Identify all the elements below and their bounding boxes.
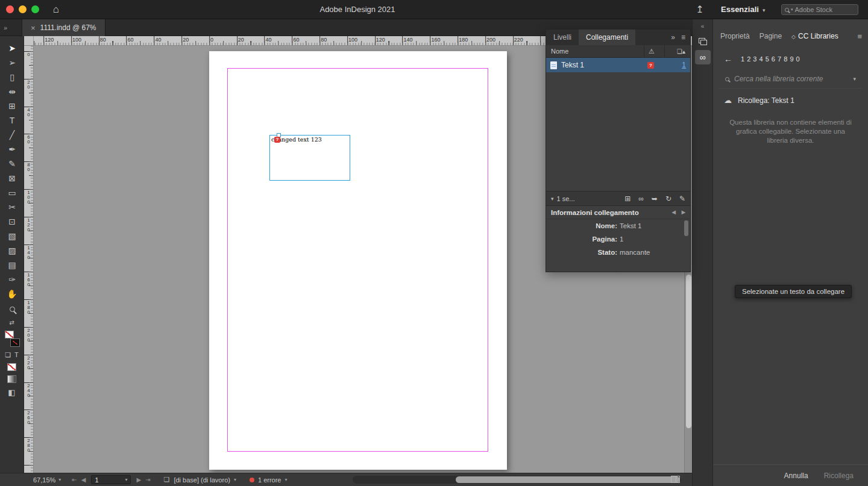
tab-proprieta[interactable]: Proprietà [720, 32, 750, 40]
close-tab-icon[interactable]: × [31, 23, 36, 33]
gap-tool-icon[interactable]: ⇹ [0, 84, 24, 99]
link-info-body: Nome:Tekst 1 Pagina:1 Stato:mancante [546, 219, 690, 272]
tab-pagine[interactable]: Pagine [760, 32, 782, 40]
selection-tool-icon[interactable]: ➤ [0, 41, 24, 55]
fill-stroke-swatches[interactable] [5, 331, 19, 346]
library-search-input[interactable]: Cerca nella libreria corrente ▾ [719, 75, 862, 89]
apply-none-swatch[interactable] [7, 363, 16, 371]
ruler-label: 100 [348, 37, 357, 43]
share-icon[interactable]: ↥ [693, 2, 706, 17]
hand-tool-icon[interactable]: ✋ [0, 287, 24, 301]
preflight-profile-dropdown[interactable]: [di base] (di lavoro) ▾ [174, 476, 236, 484]
relink-button[interactable]: Ricollega [824, 472, 854, 480]
missing-link-badge-icon[interactable]: ? [647, 62, 654, 69]
tab-cc-libraries[interactable]: ◇CC Libraries [791, 32, 838, 40]
ruler-origin-corner[interactable] [24, 36, 34, 46]
tool-glyph: ╱ [10, 128, 14, 142]
ruler-label: 120 [376, 37, 385, 43]
link-page-number[interactable]: 1 [674, 61, 686, 69]
info-value: 1 [620, 235, 623, 243]
type-tool-icon[interactable]: T [0, 113, 24, 128]
workspace-switcher[interactable]: Essenziali▾ [721, 0, 765, 19]
text-frame[interactable]: changed text 123 ? [269, 135, 350, 181]
line-tool-icon[interactable]: ╱ [0, 128, 24, 142]
zoom-level-dropdown[interactable]: 67,15% ▾ [33, 476, 61, 484]
scrollbar-thumb[interactable] [686, 275, 691, 428]
apply-gradient-swatch[interactable] [7, 375, 16, 383]
first-page-button[interactable]: ⇤ [72, 476, 77, 483]
next-info-icon[interactable]: ▶ [682, 210, 685, 215]
library-title: 1 2 3 4 5 6 7 8 9 0 [741, 55, 800, 63]
gradient-swatch-tool-icon[interactable]: ▧ [0, 229, 24, 243]
tab-livelli[interactable]: Livelli [546, 30, 579, 45]
ruler-label: 20 [183, 37, 189, 43]
cc-libraries-panel: Proprietà Pagine ◇CC Libraries ≡ ← 1 2 3… [712, 19, 868, 486]
preflight-error-dropdown[interactable]: 1 errore ▾ [250, 476, 288, 484]
fill-swatch[interactable] [5, 331, 14, 338]
document-tab-label: 1111.indd @ 67% [40, 23, 96, 32]
warning-column-icon: ⚠ [649, 48, 655, 55]
screen-mode-icon[interactable]: ◧ [8, 387, 15, 398]
links-column-header[interactable]: Nome ⚠ ❏▴ [546, 45, 690, 58]
note-tool-icon[interactable]: ▤ [0, 258, 24, 272]
layers-panel-icon[interactable] [695, 34, 711, 48]
next-page-button[interactable]: ▶ [136, 476, 141, 483]
toolbar-expand-chevrons-icon[interactable]: » [4, 19, 7, 36]
panel-menu-icon[interactable]: ≡ [857, 32, 862, 41]
expand-panels-chevrons-icon[interactable]: « [693, 19, 712, 32]
rectangle-tool-icon[interactable]: ▭ [0, 185, 24, 200]
cancel-button[interactable]: Annulla [784, 472, 808, 480]
formatting-affects-text-icon[interactable]: T [14, 350, 19, 359]
pencil-tool-icon[interactable]: ✎ [0, 157, 24, 171]
missing-link-badge-icon[interactable]: ? [274, 137, 280, 143]
stroke-swatch[interactable] [11, 339, 19, 346]
rectangle-frame-tool-icon[interactable]: ⊠ [0, 171, 24, 185]
column-divider [644, 45, 644, 57]
chevron-down-icon[interactable]: ▾ [551, 196, 554, 202]
gradient-feather-tool-icon[interactable]: ▨ [0, 243, 24, 258]
relink-from-cc-icon[interactable]: ⊞ [624, 195, 631, 203]
last-page-button[interactable]: ⇥ [145, 476, 150, 483]
back-arrow-icon[interactable]: ← [724, 54, 732, 64]
ruler-label: 1 6 0 [25, 273, 33, 287]
link-info-header[interactable]: Informazioni collegamento ◀▶ [546, 206, 690, 219]
panel-menu-icon[interactable]: ≡ [681, 30, 685, 45]
chevron-down-icon[interactable]: ▾ [853, 76, 856, 82]
pen-tool-icon[interactable]: ✒ [0, 142, 24, 157]
edit-original-icon[interactable]: ✎ [679, 195, 685, 203]
direct-selection-tool-icon[interactable]: ➢ [0, 55, 24, 70]
collapse-panel-icon[interactable]: » [671, 30, 675, 45]
content-collector-tool-icon[interactable]: ⊞ [0, 99, 24, 113]
page-number-dropdown[interactable]: 1 ▾ [91, 475, 131, 484]
free-transform-tool-icon[interactable]: ⊡ [0, 214, 24, 229]
spread-view-icon[interactable] [671, 476, 680, 483]
links-panel-icon[interactable]: ∞ [695, 50, 711, 64]
canvas-horizontal-scrollbar[interactable] [353, 476, 681, 484]
scrollbar-thumb[interactable] [684, 220, 688, 236]
document-page[interactable]: changed text 123 ? [209, 51, 507, 470]
goto-link-icon[interactable]: ➥ [652, 195, 658, 203]
adobe-stock-search-input[interactable]: ▾ Adobe Stock [781, 4, 858, 15]
app-title: Adobe InDesign 2021 [0, 0, 715, 19]
page-number-value: 1 [95, 476, 125, 484]
formatting-affects-container-icon[interactable]: ❏ [5, 350, 11, 359]
ruler-vertical[interactable]: 02 04 06 08 01 0 01 2 01 4 01 6 01 8 02 … [24, 46, 34, 473]
panel-resize-grip[interactable]: ⋯ [546, 272, 690, 276]
scissors-tool-icon[interactable]: ✂ [0, 200, 24, 214]
scrollbar-thumb[interactable] [456, 476, 680, 483]
swap-fill-stroke-icon[interactable]: ⇄ [9, 319, 14, 326]
prev-info-icon[interactable]: ◀ [672, 210, 676, 215]
previous-page-button[interactable]: ◀ [81, 476, 86, 483]
relink-library-item[interactable]: ☁ Ricollega: Tekst 1 [713, 89, 868, 112]
eyedropper-tool-icon[interactable]: ✑ [0, 272, 24, 287]
info-row-pagina: Pagina:1 [546, 232, 690, 246]
relink-icon[interactable]: ∞ [638, 195, 644, 203]
links-list[interactable]: Tekst 1 ? 1 [546, 58, 690, 192]
update-link-icon[interactable]: ↻ [665, 195, 671, 203]
info-scrollbar[interactable] [684, 220, 688, 269]
document-tab[interactable]: × 1111.indd @ 67% [22, 19, 105, 36]
tab-collegamenti[interactable]: Collegamenti [579, 30, 635, 45]
zoom-tool-icon[interactable] [0, 301, 24, 316]
page-tool-icon[interactable]: ▯ [0, 70, 24, 84]
link-row-tekst1[interactable]: Tekst 1 ? 1 [546, 58, 690, 72]
